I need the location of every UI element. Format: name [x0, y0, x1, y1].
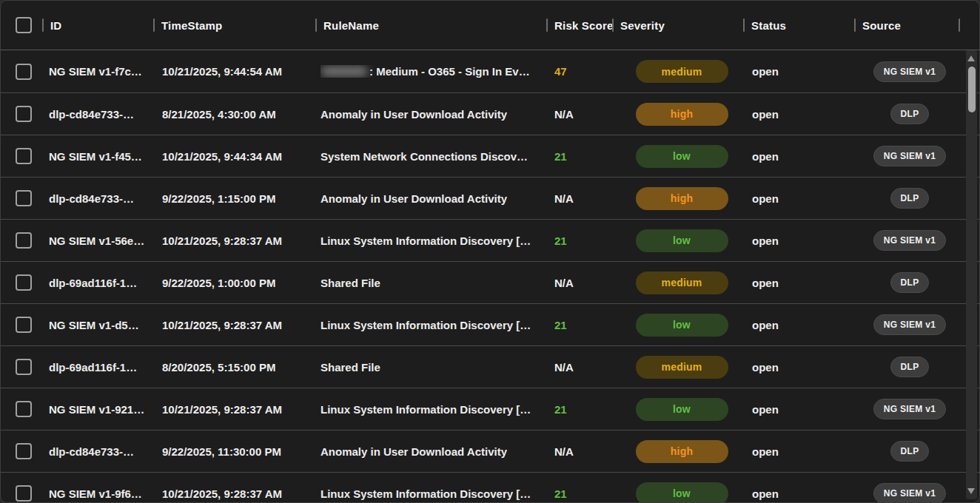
- cell-status: open: [752, 150, 779, 163]
- row-checkbox-cell: [1, 304, 42, 345]
- cell-timestamp: 10/21/2025, 9:44:34 AM: [162, 150, 282, 163]
- cell-risk: N/A: [554, 277, 574, 289]
- table-row[interactable]: NG SIEM v1-921… 10/21/2025, 9:28:37 AM L…: [1, 388, 979, 430]
- column-header-status[interactable]: Status: [743, 1, 854, 50]
- row-checkbox[interactable]: [16, 148, 32, 164]
- cell-source-wrap: NG SIEM v1: [854, 388, 965, 430]
- cell-rulename-wrap: Linux System Information Discovery […: [315, 388, 546, 430]
- cell-id: dlp-69ad116f-1…: [49, 361, 137, 374]
- column-header-risk-score[interactable]: Risk Score: [546, 1, 612, 50]
- row-checkbox-cell: [1, 93, 42, 135]
- cell-status: open: [752, 361, 779, 374]
- scroll-down-arrow-icon[interactable]: [967, 488, 975, 494]
- severity-badge: low: [636, 398, 728, 421]
- cell-timestamp-wrap: 8/20/2025, 5:15:00 PM: [153, 346, 315, 388]
- cell-status: open: [752, 234, 779, 247]
- vertical-scrollbar[interactable]: [966, 50, 977, 499]
- header-checkbox-cell: [1, 1, 42, 50]
- cell-source-wrap: DLP: [854, 262, 965, 303]
- table-row[interactable]: dlp-cd84e733-… 8/21/2025, 4:30:00 AM Ano…: [1, 92, 979, 135]
- select-all-checkbox[interactable]: [16, 17, 32, 33]
- table-row[interactable]: NG SIEM v1-56e… 10/21/2025, 9:28:37 AM L…: [1, 219, 979, 261]
- table-row[interactable]: NG SIEM v1-9f6… 10/21/2025, 9:28:37 AM L…: [1, 472, 979, 502]
- column-header-severity[interactable]: Severity: [612, 1, 743, 50]
- severity-badge: low: [636, 314, 728, 337]
- column-separator: [546, 18, 548, 32]
- cell-timestamp: 10/21/2025, 9:28:37 AM: [162, 234, 282, 247]
- rule-text: System Network Connections Discov…: [320, 150, 528, 163]
- cell-id: NG SIEM v1-56e…: [49, 234, 144, 247]
- rule-text: Anomaly in User Download Activity: [320, 108, 507, 121]
- cell-timestamp-wrap: 9/22/2025, 1:00:00 PM: [153, 262, 315, 303]
- cell-timestamp: 10/21/2025, 9:28:37 AM: [162, 487, 282, 500]
- row-checkbox-cell: [1, 135, 42, 177]
- cell-status: open: [752, 403, 779, 416]
- column-header-label: Source: [862, 19, 901, 32]
- cell-risk-wrap: N/A: [546, 93, 612, 135]
- scroll-up-arrow-icon[interactable]: [967, 55, 975, 61]
- row-checkbox[interactable]: [16, 232, 32, 249]
- row-checkbox-cell: [1, 473, 42, 502]
- cell-severity-wrap: low: [612, 473, 743, 502]
- cell-timestamp-wrap: 10/21/2025, 9:28:37 AM: [153, 304, 315, 345]
- cell-timestamp-wrap: 10/21/2025, 9:44:34 AM: [153, 135, 315, 177]
- row-checkbox-cell: [1, 388, 42, 430]
- column-header-rulename[interactable]: RuleName: [315, 1, 546, 50]
- column-header-label: Status: [751, 19, 786, 32]
- row-checkbox[interactable]: [16, 106, 32, 122]
- column-header-source[interactable]: Source: [854, 1, 965, 50]
- alerts-table-panel: ID TimeStamp RuleName Risk Score Severit…: [0, 0, 980, 503]
- table-header: ID TimeStamp RuleName Risk Score Severit…: [1, 1, 979, 50]
- column-header-label: TimeStamp: [161, 19, 222, 32]
- severity-badge: high: [636, 440, 728, 463]
- row-checkbox[interactable]: [16, 443, 32, 459]
- row-checkbox[interactable]: [16, 190, 32, 206]
- row-checkbox[interactable]: [16, 274, 32, 291]
- severity-badge: high: [636, 187, 728, 210]
- row-checkbox[interactable]: [16, 401, 32, 417]
- cell-source-wrap: NG SIEM v1: [854, 50, 965, 92]
- column-separator: [743, 18, 745, 32]
- cell-rulename-wrap: Linux System Information Discovery […: [315, 304, 546, 345]
- cell-risk-wrap: 21: [546, 473, 612, 502]
- cell-timestamp: 8/20/2025, 5:15:00 PM: [162, 361, 275, 374]
- rule-text: Shared File: [320, 277, 380, 289]
- cell-risk: 21: [554, 150, 567, 163]
- rule-text: Shared File: [320, 361, 380, 374]
- row-checkbox[interactable]: [16, 359, 32, 375]
- cell-source-wrap: NG SIEM v1: [854, 304, 965, 345]
- severity-badge: high: [636, 103, 728, 126]
- cell-risk: 21: [554, 234, 567, 247]
- table-row[interactable]: NG SIEM v1-f45… 10/21/2025, 9:44:34 AM S…: [1, 135, 979, 177]
- column-header-id[interactable]: ID: [42, 1, 153, 50]
- table-row[interactable]: dlp-cd84e733-… 9/22/2025, 11:30:00 PM An…: [1, 430, 979, 472]
- column-header-label: Severity: [620, 19, 665, 32]
- cell-severity-wrap: low: [612, 304, 743, 345]
- table-row[interactable]: dlp-69ad116f-1… 8/20/2025, 5:15:00 PM Sh…: [1, 345, 979, 388]
- row-checkbox-cell: [1, 431, 42, 472]
- column-separator: [854, 18, 856, 32]
- cell-risk-wrap: N/A: [546, 262, 612, 303]
- severity-badge: low: [636, 482, 728, 503]
- cell-status-wrap: open: [743, 50, 854, 92]
- table-row[interactable]: dlp-69ad116f-1… 9/22/2025, 1:00:00 PM Sh…: [1, 261, 979, 303]
- rule-text: Linux System Information Discovery […: [320, 234, 531, 247]
- table-row[interactable]: dlp-cd84e733-… 9/22/2025, 1:15:00 PM Ano…: [1, 177, 979, 219]
- table-row[interactable]: NG SIEM v1-f7c… 10/21/2025, 9:44:54 AM :…: [1, 50, 979, 92]
- row-checkbox[interactable]: [16, 317, 32, 333]
- column-separator: [42, 18, 44, 32]
- cell-timestamp-wrap: 9/22/2025, 11:30:00 PM: [153, 431, 315, 472]
- cell-timestamp: 10/21/2025, 9:44:54 AM: [162, 65, 282, 78]
- cell-severity-wrap: high: [612, 93, 743, 135]
- cell-timestamp-wrap: 10/21/2025, 9:28:37 AM: [153, 473, 315, 502]
- cell-id-wrap: dlp-cd84e733-…: [42, 93, 153, 135]
- row-checkbox[interactable]: [16, 64, 32, 80]
- table-row[interactable]: NG SIEM v1-d5… 10/21/2025, 9:28:37 AM Li…: [1, 303, 979, 345]
- cell-risk-wrap: 47: [546, 50, 612, 92]
- column-header-timestamp[interactable]: TimeStamp: [153, 1, 315, 50]
- cell-timestamp: 10/21/2025, 9:28:37 AM: [162, 319, 282, 331]
- row-checkbox[interactable]: [16, 485, 32, 502]
- cell-rulename-wrap: Anomaly in User Download Activity: [315, 93, 546, 135]
- cell-status-wrap: open: [743, 304, 854, 345]
- scrollbar-thumb[interactable]: [968, 67, 976, 112]
